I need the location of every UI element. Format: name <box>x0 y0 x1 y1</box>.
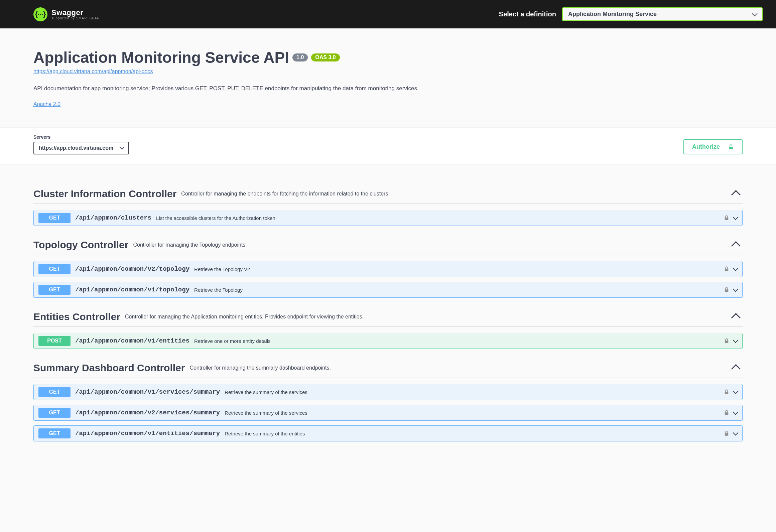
operation-summary: Retrieve the summary of the services <box>225 389 724 395</box>
lock-icon <box>724 266 730 272</box>
tag-description: Controller for managing the Topology end… <box>133 242 728 248</box>
operations-list: GET/api/appmon/clustersList the accessib… <box>33 210 743 226</box>
chevron-up-icon <box>731 241 741 251</box>
operation-row[interactable]: GET/api/appmon/common/v2/topologyRetriev… <box>33 261 743 277</box>
title-row: Application Monitoring Service API 1.0 O… <box>33 48 743 66</box>
http-method-badge: GET <box>38 428 71 438</box>
operation-actions <box>724 338 738 344</box>
operation-path: /api/appmon/clusters <box>75 214 151 222</box>
tag-description: Controller for managing the Application … <box>125 314 728 320</box>
chevron-down-icon <box>733 266 739 271</box>
http-method-badge: GET <box>38 285 71 295</box>
chevron-down-icon <box>733 389 739 394</box>
definition-selector-wrap: Select a definition Application Monitori… <box>499 7 763 21</box>
operation-actions <box>724 389 738 395</box>
tag-title: Cluster Information Controller <box>33 188 176 200</box>
brand-subtitle: supported by SMARTBEAR <box>51 16 100 20</box>
chevron-up-icon <box>731 364 741 374</box>
operation-summary: Retrieve the Topology V2 <box>194 266 724 272</box>
lock-icon <box>724 410 730 416</box>
operation-row[interactable]: GET/api/appmon/common/v1/services/summar… <box>33 384 743 400</box>
authorize-button[interactable]: Authorize <box>683 139 743 154</box>
auth-lock-button[interactable] <box>724 287 730 293</box>
chevron-up-icon <box>731 190 741 200</box>
server-selected: https://app.cloud.virtana.com <box>39 145 113 151</box>
chevron-down-icon <box>733 286 739 292</box>
auth-lock-button[interactable] <box>724 266 730 272</box>
license-link[interactable]: Apache 2.0 <box>33 101 60 107</box>
info-section: Application Monitoring Service API 1.0 O… <box>0 28 776 121</box>
operation-row[interactable]: GET/api/appmon/common/v2/services/summar… <box>33 405 743 421</box>
operations-list: GET/api/appmon/common/v2/topologyRetriev… <box>33 261 743 298</box>
auth-lock-button[interactable] <box>724 410 730 416</box>
auth-lock-button[interactable] <box>724 338 730 344</box>
operation-actions <box>724 430 738 436</box>
tag-header[interactable]: Cluster Information ControllerController… <box>33 188 743 204</box>
tag-header[interactable]: Summary Dashboard ControllerController f… <box>33 362 743 378</box>
operation-row[interactable]: POST/api/appmon/common/v1/entitiesRetrie… <box>33 333 743 349</box>
api-docs-link[interactable]: https://app.cloud.virtana.com/api/appmon… <box>33 69 153 75</box>
operations-list: POST/api/appmon/common/v1/entitiesRetrie… <box>33 333 743 349</box>
auth-lock-button[interactable] <box>724 430 730 436</box>
operation-path: /api/appmon/common/v2/services/summary <box>75 409 220 416</box>
operation-actions <box>724 215 738 221</box>
definition-selected: Application Monitoring Service <box>568 11 657 17</box>
operation-path: /api/appmon/common/v2/topology <box>75 265 189 273</box>
authorize-label: Authorize <box>692 143 720 150</box>
lock-icon <box>724 338 730 344</box>
tag-description: Controller for managing the summary dash… <box>189 365 728 371</box>
operation-path: /api/appmon/common/v1/entities/summary <box>75 430 220 437</box>
server-select[interactable]: https://app.cloud.virtana.com <box>33 142 129 154</box>
operation-actions <box>724 287 738 293</box>
swagger-logo-icon: {···} <box>33 7 47 21</box>
chevron-down-icon <box>733 430 739 436</box>
operation-summary: Retrieve the summary of the entities <box>225 431 724 436</box>
servers-label: Servers <box>33 134 129 140</box>
api-title: Application Monitoring Service API <box>33 48 289 66</box>
operation-row[interactable]: GET/api/appmon/common/v1/topologyRetriev… <box>33 282 743 298</box>
http-method-badge: GET <box>38 408 71 418</box>
scheme-bar: Servers https://app.cloud.virtana.com Au… <box>0 127 776 165</box>
chevron-down-icon <box>733 338 739 343</box>
tag-section: Cluster Information ControllerController… <box>33 188 743 226</box>
version-badge: 1.0 <box>292 53 308 61</box>
operation-path: /api/appmon/common/v1/entities <box>75 337 189 345</box>
sections-container: Cluster Information ControllerController… <box>0 165 776 455</box>
servers-wrap: Servers https://app.cloud.virtana.com <box>33 134 129 154</box>
brand-text: Swagger supported by SMARTBEAR <box>51 8 100 20</box>
lock-icon <box>724 389 730 395</box>
auth-lock-button[interactable] <box>724 215 730 221</box>
http-method-badge: POST <box>38 336 71 346</box>
tag-title: Summary Dashboard Controller <box>33 362 185 374</box>
operation-row[interactable]: GET/api/appmon/common/v1/entities/summar… <box>33 425 743 441</box>
operation-actions <box>724 410 738 416</box>
operation-summary: Retrieve the summary of the services <box>225 410 724 416</box>
svg-rect-0 <box>729 147 733 149</box>
tag-title: Topology Controller <box>33 239 128 251</box>
definition-label: Select a definition <box>499 10 556 18</box>
tag-section: Entities ControllerController for managi… <box>33 311 743 349</box>
topbar: {···} Swagger supported by SMARTBEAR Sel… <box>0 0 776 28</box>
operation-path: /api/appmon/common/v1/services/summary <box>75 388 220 396</box>
tag-header[interactable]: Topology ControllerController for managi… <box>33 239 743 255</box>
tag-header[interactable]: Entities ControllerController for managi… <box>33 311 743 327</box>
operations-list: GET/api/appmon/common/v1/services/summar… <box>33 384 743 441</box>
lock-open-icon <box>728 144 734 150</box>
auth-lock-button[interactable] <box>724 389 730 395</box>
lock-icon <box>724 287 730 293</box>
chevron-down-icon <box>733 215 739 220</box>
brand: {···} Swagger supported by SMARTBEAR <box>33 7 100 21</box>
tag-title: Entities Controller <box>33 311 120 322</box>
operation-actions <box>724 266 738 272</box>
definition-select[interactable]: Application Monitoring Service <box>562 7 763 21</box>
operation-row[interactable]: GET/api/appmon/clustersList the accessib… <box>33 210 743 226</box>
operation-summary: Retrieve one or more entity details <box>194 338 724 344</box>
operation-path: /api/appmon/common/v1/topology <box>75 286 189 293</box>
operation-summary: Retrieve the Topology <box>194 287 724 293</box>
tag-description: Controller for managing the endpoints fo… <box>181 191 728 197</box>
lock-icon <box>724 215 730 221</box>
chevron-up-icon <box>731 313 741 322</box>
tag-section: Summary Dashboard ControllerController f… <box>33 362 743 441</box>
api-description: API documentation for app monitoring ser… <box>33 85 743 92</box>
oas-badge: OAS 3.0 <box>311 53 340 61</box>
